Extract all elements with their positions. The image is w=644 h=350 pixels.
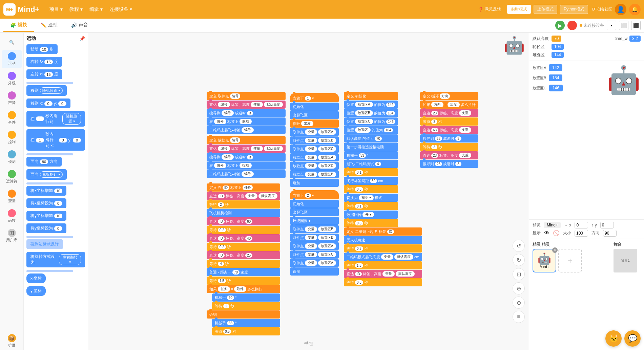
- block-bounce[interactable]: 碰到边缘就反弹: [26, 239, 85, 250]
- cb-seek-23b[interactable]: 搜寻到 23 成避时 3: [420, 160, 478, 168]
- search-icon-area[interactable]: 🔍: [2, 36, 22, 48]
- cb-wait-4[interactable]: 等待 4 秒: [207, 260, 280, 268]
- cb-wait-02a[interactable]: 等待 0.2 秒: [207, 226, 280, 234]
- cb-define-pickup[interactable]: 定义 取件点 编号: [207, 92, 286, 100]
- cb-fly-to-1[interactable]: 直达 编号 标签、高度 变量 默认高度: [207, 101, 286, 109]
- menu-tutorial[interactable]: 教程 ▾: [66, 4, 86, 15]
- cat-sound[interactable]: 声音: [2, 89, 22, 107]
- cb-define-task[interactable]: 定义 在 ID 标签上 任务: [207, 183, 280, 192]
- cb-seek-23a[interactable]: 搜寻到 23 成避时 3: [420, 134, 478, 143]
- block-goto-xy[interactable]: 移到 x: 0 y: 0: [26, 99, 85, 110]
- cb-wait-3a[interactable]: 等待 3 秒: [420, 117, 478, 126]
- cb-on-tag-1[interactable]: 在 编号 标签上 取放: [207, 117, 286, 126]
- cb-arm-33-init[interactable]: 机械手 33 °: [344, 151, 398, 159]
- cb-wait-3b[interactable]: 等待 3 秒: [420, 143, 478, 151]
- add-sprite-btn[interactable]: +: [558, 249, 582, 272]
- cat-appearance[interactable]: 外观: [2, 70, 22, 88]
- notification-btn[interactable]: 🔔: [629, 4, 641, 15]
- cb-pickup-b2[interactable]: 取件点 变量 放置区B: [290, 225, 339, 233]
- cb-wait-05[interactable]: 等待 0.5 秒: [212, 327, 280, 335]
- block-face-direction[interactable]: 面向 90 方向: [26, 157, 85, 168]
- sprite-name-val[interactable]: Mind+: [544, 222, 561, 228]
- tab-sounds[interactable]: 🔊 声音: [64, 19, 95, 32]
- cb-fly-to-3[interactable]: 直达 ID 标签、高度 变量 默认高度: [207, 192, 280, 200]
- cb-wait-05a[interactable]: 等待 0.5 秒: [344, 185, 398, 193]
- cb-switch-mode[interactable]: 切换为 视觉 ▾ 模式: [344, 194, 398, 202]
- cb-set-height[interactable]: 默认高度 的值为 70: [344, 134, 398, 143]
- menu-project[interactable]: 项目 ▾: [46, 4, 66, 15]
- cat-operators[interactable]: 运算符: [2, 168, 22, 186]
- cb-qr-takeoff-2[interactable]: 二维码上起飞-标签 编号: [207, 170, 286, 178]
- cb-seek-1[interactable]: 搜寻到 编号 成避时 3: [207, 109, 286, 117]
- cb-exit-zone-2[interactable]: 出起飞区: [290, 208, 339, 216]
- user-avatar[interactable]: 👤: [615, 4, 626, 15]
- cb-pickup-a[interactable]: 取件点 变量 放置区A: [290, 128, 339, 136]
- cb-dropoff-c[interactable]: 放款点 变量 放置区C: [290, 162, 339, 170]
- cb-else[interactable]: 否则: [207, 310, 280, 319]
- cat-event[interactable]: 事件: [2, 109, 22, 127]
- cb-if-task[interactable]: 如果 任务 = 取件 多么执行: [207, 285, 280, 293]
- upload-btn[interactable]: 上传模式: [534, 5, 557, 14]
- zoom-out-btn[interactable]: ⊖: [513, 297, 525, 309]
- block-change-x[interactable]: 将x坐标增加 10: [26, 186, 85, 197]
- cat-functions[interactable]: 函数: [2, 207, 22, 225]
- cb-wait-2b[interactable]: 等待 2 秒: [212, 302, 280, 310]
- cb-set-area-c[interactable]: 位置 放置区C 的值为 146: [344, 117, 398, 126]
- y-input[interactable]: [600, 222, 614, 228]
- menu-connect[interactable]: 连接设备 ▾: [106, 4, 136, 15]
- cb-arm-33[interactable]: 机械手 33 °: [212, 319, 280, 327]
- block-right-turn[interactable]: 右转 ↻ 15 度: [26, 57, 85, 68]
- cb-define-loop[interactable]: 定义 循环 方向: [420, 92, 478, 100]
- show-visible-btn[interactable]: 👁: [544, 230, 549, 236]
- cb-arm-90[interactable]: 机械手 90 °: [212, 293, 280, 302]
- cb-wait-15[interactable]: 等待 1.5 秒: [207, 277, 280, 285]
- cb-init-2[interactable]: 初始化: [290, 200, 339, 208]
- cb-drone-speed[interactable]: 无人机急速: [344, 236, 422, 244]
- chat-btn-2[interactable]: 💬: [624, 330, 641, 347]
- direction-input[interactable]: [603, 230, 617, 237]
- zoom-in-btn[interactable]: ⊕: [513, 282, 525, 294]
- cb-pickup-b[interactable]: 取件点 变量 放置区B: [290, 136, 339, 145]
- cb-fly-to-2[interactable]: 直达 编号 标签、高度 变量 默认高度: [207, 145, 286, 153]
- cat-userlib[interactable]: ⊞ 用户库: [2, 227, 22, 245]
- cb-wait-2[interactable]: 等待 2 秒: [207, 200, 280, 209]
- cb-loop-1[interactable]: 循环 出发: [290, 119, 339, 128]
- menu-edit[interactable]: 编辑 ▾: [86, 4, 106, 15]
- stop-btn[interactable]: [567, 21, 577, 30]
- python-btn[interactable]: Python模式: [560, 5, 588, 14]
- cb-pickup-c2[interactable]: 取件点 变量 放置区C: [290, 250, 339, 259]
- cb-qr-takeoff-1[interactable]: 二维码上起飞-标签 编号: [207, 126, 286, 134]
- block-face-towards[interactable]: 面向 鼠标指针 ▾: [26, 169, 85, 181]
- cb-return-1[interactable]: 返航: [290, 179, 339, 187]
- sprite-mindplus[interactable]: × 🤖 Mind+: [533, 249, 556, 272]
- cb-wait-05b[interactable]: 等待 0.5 秒: [344, 278, 422, 286]
- size-input[interactable]: [575, 230, 588, 237]
- cb-fly-id[interactable]: 直达 ID 标签、高度 变量 默认高度: [344, 270, 422, 278]
- block-change-y[interactable]: 将y坐标增加 10: [26, 211, 85, 222]
- sprite-close-btn[interactable]: ×: [552, 247, 558, 253]
- cb-wait-01b[interactable]: 等待 0.1 秒: [344, 202, 398, 210]
- cb-qr-takeoff-4[interactable]: 起飞-二维码测试 4: [344, 160, 398, 168]
- cb-fly-63[interactable]: 直达 63 标签、高度 支重: [420, 126, 478, 134]
- cb-pickup-a2[interactable]: 取件点 变量 放置区A: [290, 242, 339, 250]
- stage-btn-3[interactable]: ⬛: [631, 21, 641, 30]
- tab-costumes[interactable]: ✏️ 造型: [34, 19, 64, 32]
- cb-define-dropoff[interactable]: 定义 放款点 编号: [207, 136, 286, 144]
- cb-set-area-a[interactable]: 位置 放置区A 的值为 142: [344, 101, 398, 109]
- cb-normal-speed[interactable]: 普通 - 距离一 70 速度: [207, 268, 280, 276]
- cb-control-drone[interactable]: 第一步滑控选控接电脑: [344, 143, 398, 151]
- stage-btn-2[interactable]: ⬜: [619, 21, 628, 30]
- cb-dropoff-a[interactable]: 放款点 变量 放置区A: [290, 153, 339, 161]
- cb-detect[interactable]: 飞机机机检测: [207, 209, 280, 217]
- cat-control[interactable]: 控制: [2, 129, 22, 147]
- run-btn[interactable]: ▶: [555, 21, 565, 30]
- cb-fly-60[interactable]: 直达 ID 标签、高度 60: [207, 217, 280, 225]
- more-btn[interactable]: ≡: [513, 311, 525, 323]
- realtime-btn[interactable]: 实时模式: [507, 5, 531, 14]
- cb-wait-03b[interactable]: 等待 0.3 秒: [344, 244, 422, 253]
- block-set-x[interactable]: 将x坐标设为 0: [26, 198, 85, 210]
- rotate-right-btn[interactable]: ↻: [513, 254, 525, 266]
- cb-dropoff-b[interactable]: 放款点 变量 放置区B: [290, 170, 339, 178]
- cb-fly-23b[interactable]: 直达 23 标签、高度 支重: [420, 151, 478, 159]
- cat-motion[interactable]: 运动: [2, 50, 22, 68]
